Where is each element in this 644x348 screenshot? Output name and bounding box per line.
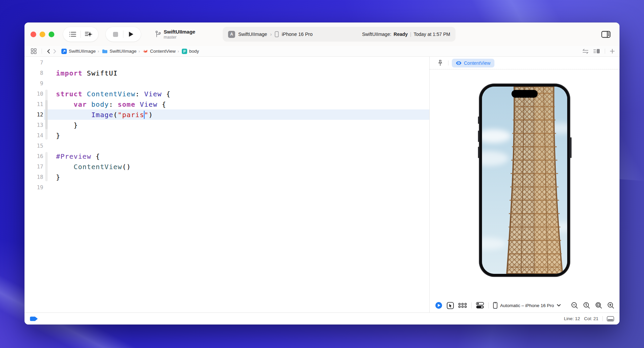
line-number: 7 bbox=[24, 59, 43, 66]
divider bbox=[471, 302, 472, 308]
code-line[interactable]: 14} bbox=[24, 130, 429, 141]
scheme-status-pill: A SwiftUIImage › iPhone 16 Pro SwiftUIIm… bbox=[223, 27, 455, 42]
git-branch-icon bbox=[155, 31, 161, 38]
run-button[interactable] bbox=[123, 28, 139, 40]
forward-button[interactable] bbox=[52, 49, 58, 54]
breadcrumb-item-file[interactable]: ContentView › bbox=[143, 49, 179, 54]
scheme-selector[interactable]: A SwiftUIImage › iPhone 16 Pro bbox=[228, 31, 313, 38]
code-line[interactable]: 12 Image("paris") bbox=[24, 109, 429, 120]
line-number: 14 bbox=[24, 132, 43, 139]
code-text: Image("paris") bbox=[43, 111, 153, 119]
dynamic-island bbox=[512, 90, 538, 98]
breadcrumb-item-group[interactable]: SwiftUIImage › bbox=[102, 49, 140, 54]
chevron-right-icon: › bbox=[178, 49, 179, 54]
line-indicator: Line: 12 bbox=[564, 316, 580, 321]
device-selector-label: Automatic – iPhone 16 Pro bbox=[500, 303, 554, 308]
run-controls-pill bbox=[106, 27, 141, 42]
code-text: struct ContentView: View { bbox=[43, 90, 171, 98]
code-lines: 78import SwiftUI910struct ContentView: V… bbox=[24, 57, 429, 193]
toolbar: SwiftUIImage master A SwiftUIImage › iPh… bbox=[24, 22, 620, 46]
code-text: ContentView() bbox=[43, 163, 131, 171]
preview-tab-contentview[interactable]: ContentView bbox=[452, 59, 494, 67]
code-text: #Preview { bbox=[43, 152, 100, 160]
divider bbox=[488, 302, 489, 308]
source-control-summary[interactable]: SwiftUIImage master bbox=[155, 29, 195, 40]
breadcrumb-item-project[interactable]: SwiftUIImage › bbox=[61, 49, 99, 54]
editor-options-icon[interactable] bbox=[593, 49, 600, 54]
preview-canvas: ContentView bbox=[430, 57, 620, 312]
code-line[interactable]: 15 bbox=[24, 141, 429, 151]
navigator-list-button[interactable] bbox=[65, 28, 80, 40]
breadcrumb-label: body bbox=[189, 49, 199, 54]
code-text: } bbox=[43, 173, 60, 181]
related-items-button[interactable] bbox=[29, 48, 38, 54]
swift-file-icon bbox=[143, 49, 148, 54]
zoom-in-icon[interactable] bbox=[607, 302, 614, 309]
volume-down-button bbox=[478, 147, 479, 158]
canvas-bottom-bar: Automatic – iPhone 16 Pro bbox=[430, 298, 620, 312]
preview-tab-label: ContentView bbox=[464, 60, 490, 66]
iphone-icon bbox=[275, 31, 279, 37]
run-destination[interactable]: iPhone 16 Pro bbox=[282, 32, 313, 37]
preview-screen bbox=[482, 87, 567, 274]
scheme-name: SwiftUIImage bbox=[238, 32, 267, 37]
live-preview-button[interactable] bbox=[435, 302, 442, 309]
play-icon bbox=[128, 31, 134, 37]
debug-area-icon[interactable] bbox=[607, 316, 614, 321]
iphone-icon bbox=[493, 302, 497, 309]
xcode-window: SwiftUIImage master A SwiftUIImage › iPh… bbox=[24, 22, 620, 325]
column-indicator: Col: 21 bbox=[584, 316, 598, 321]
code-line[interactable]: 17 ContentView() bbox=[24, 161, 429, 172]
minimize-button[interactable] bbox=[40, 32, 45, 37]
zoom-100-icon[interactable] bbox=[583, 302, 590, 309]
status-divider: | bbox=[410, 32, 412, 37]
line-number: 17 bbox=[24, 163, 43, 170]
pin-icon[interactable] bbox=[436, 60, 445, 66]
breadcrumb: SwiftUIImage › SwiftUIImage › ContentVie… bbox=[61, 49, 199, 54]
breadcrumb-item-symbol[interactable]: P body bbox=[182, 49, 199, 54]
action-button bbox=[478, 116, 479, 124]
zoom-out-icon[interactable] bbox=[571, 302, 578, 309]
line-number: 15 bbox=[24, 143, 43, 149]
zoom-button[interactable] bbox=[49, 32, 54, 37]
chevron-down-icon bbox=[557, 304, 561, 307]
breadcrumb-label: ContentView bbox=[150, 49, 175, 54]
code-text: } bbox=[43, 132, 60, 140]
app-badge-icon: A bbox=[228, 31, 235, 38]
divider bbox=[448, 60, 448, 65]
code-line[interactable]: 7 bbox=[24, 57, 429, 68]
code-line[interactable]: 10struct ContentView: View { bbox=[24, 89, 429, 99]
ai-compose-button[interactable] bbox=[81, 28, 96, 40]
inspector-toggle-button[interactable] bbox=[598, 28, 613, 40]
breadcrumb-label: SwiftUIImage bbox=[69, 49, 96, 54]
line-number: 8 bbox=[24, 70, 43, 76]
line-number: 16 bbox=[24, 153, 43, 159]
code-line[interactable]: 9 bbox=[24, 78, 429, 89]
device-settings-icon[interactable] bbox=[476, 302, 484, 309]
code-line[interactable]: 16#Preview { bbox=[24, 151, 429, 161]
code-text: } bbox=[43, 121, 78, 129]
code-line[interactable]: 8import SwiftUI bbox=[24, 68, 429, 78]
related-items-icon bbox=[31, 48, 37, 54]
close-button[interactable] bbox=[31, 32, 36, 37]
jump-bar: SwiftUIImage › SwiftUIImage › ContentVie… bbox=[24, 46, 620, 57]
code-line[interactable]: 19 bbox=[24, 182, 429, 193]
tag-icon[interactable] bbox=[30, 316, 38, 321]
swap-arrows-icon[interactable] bbox=[582, 49, 589, 54]
iphone-preview-device[interactable] bbox=[479, 84, 570, 277]
project-title: SwiftUIImage bbox=[164, 29, 195, 35]
code-line[interactable]: 11 var body: some View { bbox=[24, 99, 429, 109]
plus-icon[interactable] bbox=[610, 49, 615, 54]
stop-button[interactable] bbox=[108, 28, 123, 40]
back-button[interactable] bbox=[45, 49, 52, 54]
activity-status[interactable]: SwiftUIImage: Ready | Today at 1:57 PM bbox=[362, 32, 450, 37]
code-line[interactable]: 18} bbox=[24, 172, 429, 182]
divider bbox=[605, 49, 605, 54]
zoom-fit-icon[interactable] bbox=[595, 302, 602, 309]
variants-icon[interactable] bbox=[458, 302, 467, 308]
source-editor[interactable]: 78import SwiftUI910struct ContentView: V… bbox=[24, 57, 429, 312]
device-selector[interactable]: Automatic – iPhone 16 Pro bbox=[493, 302, 561, 309]
inspector-toggle-icon bbox=[601, 31, 610, 38]
code-line[interactable]: 13 } bbox=[24, 120, 429, 130]
select-mode-button[interactable] bbox=[447, 302, 454, 309]
